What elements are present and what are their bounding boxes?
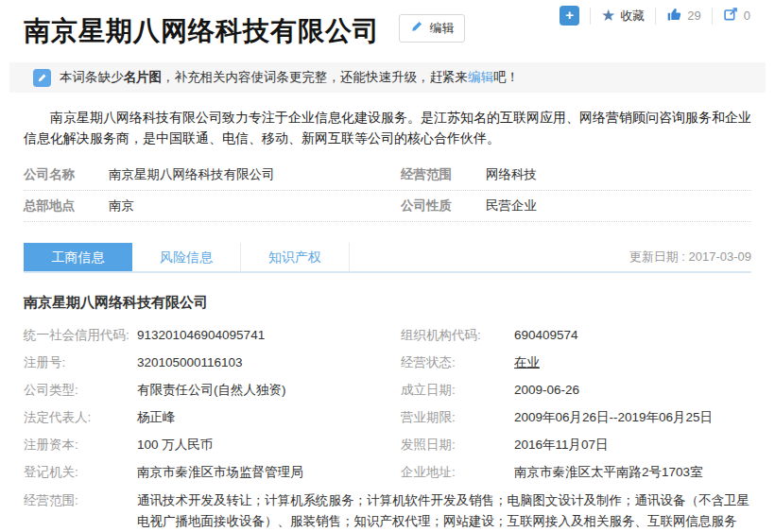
divider	[590, 8, 591, 25]
section-title: 南京星期八网络科技有限公司	[24, 294, 751, 312]
summary-cell-company-name: 公司名称 南京星期八网络科技有限公司	[24, 166, 388, 183]
field-label: 经营范围	[401, 166, 486, 183]
field-registered-capital: 注册资本: 100 万人民币	[24, 431, 388, 458]
field-registration-number: 注册号: 320105000116103	[24, 349, 388, 376]
share-button[interactable]: 0	[723, 7, 750, 25]
field-value: 南京市秦淮区市场监督管理局	[137, 458, 303, 486]
like-count: 29	[687, 9, 700, 23]
field-credit-code: 统一社会信用代码: 913201046904095741	[24, 321, 388, 349]
edit-button-label: 编辑	[429, 20, 454, 37]
field-label: 统一社会信用代码:	[24, 321, 137, 349]
field-value: 杨正峰	[137, 403, 176, 431]
pencil-icon	[410, 20, 423, 36]
field-label: 登记机关:	[24, 458, 137, 486]
field-business-term: 营业期限: 2009年06月26日--2019年06月25日	[388, 403, 751, 431]
field-label: 成立日期:	[401, 376, 514, 403]
notice-bar: 本词条缺少名片图，补充相关内容使词条更完整，还能快速升级，赶紧来编辑吧！	[9, 62, 766, 93]
divider	[712, 8, 713, 25]
table-row: 注册号: 320105000116103 经营状态: 在业	[24, 349, 751, 376]
summary-table: 公司名称 南京星期八网络科技有限公司 经营范围 网络科技 总部地点 南京 公司性…	[24, 160, 751, 222]
field-value: 有限责任公司(自然人独资)	[137, 376, 286, 403]
field-registration-authority: 登记机关: 南京市秦淮区市场监督管理局	[24, 458, 388, 486]
share-count: 0	[744, 9, 750, 23]
field-value: 通讯技术开发及转让；计算机系统服务；计算机软件开发及销售；电脑图文设计及制作；通…	[137, 490, 751, 532]
notice-prefix: 本词条缺少	[60, 70, 124, 84]
favorite-button[interactable]: ★ 收藏	[601, 8, 645, 25]
page-container: 南京星期八网络科技有限公司 编辑 + ★ 收藏 29	[0, 0, 775, 532]
field-value: 民营企业	[486, 197, 537, 215]
update-date: 更新日期 : 2017-03-09	[629, 243, 751, 271]
pencil-icon	[33, 69, 51, 87]
field-value: 网络科技	[486, 166, 537, 183]
field-company-type: 公司类型: 有限责任公司(自然人独资)	[24, 376, 388, 403]
field-org-code: 组织机构代码: 690409574	[388, 321, 751, 349]
page-title: 南京星期八网络科技有限公司	[24, 13, 380, 49]
table-row: 登记机关: 南京市秦淮区市场监督管理局 企业地址: 南京市秦淮区太平南路2号17…	[24, 458, 751, 486]
table-row: 公司名称 南京星期八网络科技有限公司 经营范围 网络科技	[24, 160, 751, 191]
notice-suffix: 吧！	[493, 70, 519, 84]
field-value: 南京市秦淮区太平南路2号1703室	[514, 458, 703, 486]
table-row: 注册资本: 100 万人民币 发照日期: 2016年11月07日	[24, 431, 751, 458]
intro-paragraph: 南京星期八网络科技有限公司致力专注于企业信息化建设服务。是江苏知名的互联网应用、…	[24, 107, 751, 148]
table-row: 法定代表人: 杨正峰 营业期限: 2009年06月26日--2019年06月25…	[24, 403, 751, 431]
field-label: 公司名称	[24, 166, 109, 183]
summary-cell-headquarters: 总部地点 南京	[24, 197, 388, 215]
thumbs-up-icon	[666, 7, 682, 25]
field-label: 企业地址:	[401, 458, 514, 486]
field-value: 2009-06-26	[514, 376, 579, 403]
field-label: 经营状态:	[401, 349, 514, 376]
field-label: 公司性质	[401, 197, 486, 215]
add-to-collection-button[interactable]: +	[560, 6, 579, 26]
field-operating-status: 经营状态: 在业	[388, 349, 751, 376]
field-value: 在业	[514, 349, 540, 376]
field-company-address: 企业地址: 南京市秦淮区太平南路2号1703室	[388, 458, 751, 486]
field-value: 南京	[109, 197, 134, 215]
field-label: 组织机构代码:	[401, 321, 514, 349]
field-value: 913201046904095741	[137, 321, 265, 349]
header: 南京星期八网络科技有限公司 编辑 + ★ 收藏 29	[9, 0, 766, 49]
field-founding-date: 成立日期: 2009-06-26	[388, 376, 751, 403]
notice-bold: 名片图	[124, 70, 163, 84]
field-value: 2009年06月26日--2019年06月25日	[514, 403, 713, 431]
field-label: 法定代表人:	[24, 403, 137, 431]
favorite-label: 收藏	[620, 8, 645, 25]
field-label: 注册号:	[24, 349, 137, 376]
table-row: 公司类型: 有限责任公司(自然人独资) 成立日期: 2009-06-26	[24, 376, 751, 403]
table-row: 统一社会信用代码: 913201046904095741 组织机构代码: 690…	[24, 321, 751, 349]
share-icon	[723, 7, 739, 25]
field-value: 690409574	[514, 321, 578, 349]
business-info-table: 统一社会信用代码: 913201046904095741 组织机构代码: 690…	[24, 321, 751, 532]
table-row: 总部地点 南京 公司性质 民营企业	[24, 191, 751, 222]
field-label: 营业期限:	[401, 403, 514, 431]
field-label: 发照日期:	[401, 431, 514, 458]
field-label: 经营范围:	[24, 490, 137, 532]
field-license-issue-date: 发照日期: 2016年11月07日	[388, 431, 751, 458]
tab-bar: 工商信息 风险信息 知识产权 更新日期 : 2017-03-09	[24, 243, 751, 273]
field-value: 南京星期八网络科技有限公司	[109, 166, 275, 183]
tab-risk-info[interactable]: 风险信息	[132, 243, 241, 271]
notice-edit-link[interactable]: 编辑	[468, 70, 493, 84]
summary-cell-company-type: 公司性质 民营企业	[388, 197, 751, 215]
field-value: 320105000116103	[137, 349, 243, 376]
field-business-scope: 经营范围: 通讯技术开发及转让；计算机系统服务；计算机软件开发及销售；电脑图文设…	[24, 490, 751, 532]
field-legal-representative: 法定代表人: 杨正峰	[24, 403, 388, 431]
field-value: 2016年11月07日	[514, 431, 609, 458]
field-label: 公司类型:	[24, 376, 137, 403]
action-bar: + ★ 收藏 29 0	[560, 6, 750, 26]
divider	[655, 8, 656, 25]
field-label: 注册资本:	[24, 431, 137, 458]
star-icon: ★	[601, 8, 615, 24]
edit-button[interactable]: 编辑	[399, 14, 465, 43]
summary-cell-business-scope: 经营范围 网络科技	[388, 166, 751, 183]
notice-text: 本词条缺少名片图，补充相关内容使词条更完整，还能快速升级，赶紧来编辑吧！	[60, 69, 519, 86]
like-button[interactable]: 29	[666, 7, 700, 25]
notice-middle: ，补充相关内容使词条更完整，还能快速升级，赶紧来	[162, 70, 468, 84]
field-value: 100 万人民币	[137, 431, 213, 458]
tab-intellectual-property[interactable]: 知识产权	[241, 243, 350, 271]
tab-business-info[interactable]: 工商信息	[24, 243, 132, 271]
field-label: 总部地点	[24, 197, 109, 215]
